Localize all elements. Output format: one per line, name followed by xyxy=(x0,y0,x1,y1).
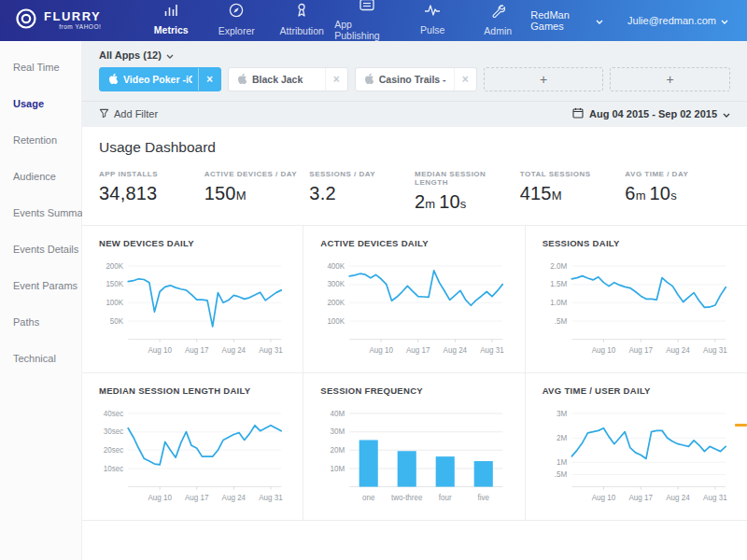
svg-text:five: five xyxy=(478,494,490,502)
sidebar-item-technical[interactable]: Technical xyxy=(0,353,81,364)
close-icon[interactable]: × xyxy=(325,68,347,91)
svg-text:Aug 31: Aug 31 xyxy=(259,346,283,355)
date-range-picker[interactable]: Aug 04 2015 - Sep 02 2015 xyxy=(572,107,730,120)
add-app-button[interactable]: + xyxy=(610,67,730,91)
metric-label: SESSIONS / DAY xyxy=(309,170,415,178)
metric-label: ACTIVE DEVICES / DAY xyxy=(204,170,310,178)
svg-text:10M: 10M xyxy=(331,465,345,473)
app-chip-casino-trails-ios[interactable]: Casino Trails - iOS× xyxy=(355,67,477,91)
apple-icon xyxy=(108,73,118,86)
nav-item-pulse[interactable]: Pulse xyxy=(400,0,465,41)
chart-title: ACTIVE DEVICES DAILY xyxy=(320,238,513,248)
all-apps-dropdown[interactable]: All Apps (12) xyxy=(99,49,730,61)
app-publishing-icon xyxy=(359,0,374,15)
metric-value: 34,813 xyxy=(99,183,204,204)
attribution-icon xyxy=(295,3,308,21)
sidebar-item-usage[interactable]: Usage xyxy=(0,98,81,109)
chart-plot: 400K300K200K100KAug 10Aug 17Aug 24Aug 31 xyxy=(320,250,513,366)
chart-sessions-daily: SESSIONS DAILY2.0M1.5M1.0M.5MAug 10Aug 1… xyxy=(526,226,747,373)
metric-label: AVG TIME / DAY xyxy=(625,170,730,178)
nav-items: MetricsExplorerAttributionApp Publishing… xyxy=(138,0,530,41)
orange-marker xyxy=(735,424,747,427)
apple-icon xyxy=(364,73,374,86)
chevron-down-icon xyxy=(721,15,728,26)
svg-text:Aug 10: Aug 10 xyxy=(591,494,615,502)
svg-text:two-three: two-three xyxy=(391,494,423,502)
sidebar-item-events-summary[interactable]: Events Summary xyxy=(0,207,81,218)
nav-item-explorer[interactable]: Explorer xyxy=(204,0,269,41)
app-chip-black-jack[interactable]: Black Jack× xyxy=(228,67,348,91)
svg-text:.5M: .5M xyxy=(554,317,567,326)
svg-text:200K: 200K xyxy=(106,262,123,271)
date-range-label: Aug 04 2015 - Sep 02 2015 xyxy=(589,108,717,119)
explorer-icon xyxy=(229,3,244,21)
svg-text:Aug 24: Aug 24 xyxy=(222,346,247,355)
chart-plot: 2.0M1.5M1.0M.5MAug 10Aug 17Aug 24Aug 31 xyxy=(543,250,736,366)
sidebar: Real TimeUsageRetentionAudienceEvents Su… xyxy=(0,41,82,560)
close-icon[interactable]: × xyxy=(454,68,476,91)
sidebar-item-audience[interactable]: Audience xyxy=(0,171,81,182)
add-filter-button[interactable]: Add Filter xyxy=(99,108,158,120)
page-title: Usage Dashboard xyxy=(82,127,747,168)
metric-app-installs: APP INSTALLS34,813 xyxy=(99,170,204,213)
svg-text:300K: 300K xyxy=(328,280,345,288)
nav-item-admin[interactable]: Admin xyxy=(465,0,530,41)
app-chip-label: Video Poker -iOS xyxy=(123,74,192,85)
brand-name: FLURRY xyxy=(44,10,101,22)
app-chips-row: Video Poker -iOS×Black Jack×Casino Trail… xyxy=(99,67,730,101)
svg-text:1.0M: 1.0M xyxy=(550,299,567,307)
svg-text:Aug 10: Aug 10 xyxy=(591,346,615,355)
plus-icon: + xyxy=(667,72,674,87)
flurry-logo-icon xyxy=(15,7,37,34)
metric-active-devices-day: ACTIVE DEVICES / DAY150M xyxy=(204,170,310,213)
close-icon[interactable]: × xyxy=(198,68,220,91)
summary-metrics: APP INSTALLS34,813ACTIVE DEVICES / DAY15… xyxy=(82,168,747,225)
plus-icon: + xyxy=(540,72,547,87)
app-chip-video-poker-ios[interactable]: Video Poker -iOS× xyxy=(99,67,221,91)
sidebar-item-real-time[interactable]: Real Time xyxy=(0,62,81,73)
sidebar-item-events-details[interactable]: Events Details xyxy=(0,244,81,255)
svg-text:100K: 100K xyxy=(106,299,123,307)
chevron-down-icon xyxy=(723,108,730,119)
chart-session-frequency: SESSION FREQUENCY40M30M20M10Monetwo-thre… xyxy=(303,373,525,521)
chart-title: NEW DEVICES DAILY xyxy=(99,238,291,248)
chart-active-devices-daily: ACTIVE DEVICES DAILY400K300K200K100KAug … xyxy=(303,226,525,373)
apple-icon xyxy=(237,73,247,86)
nav-item-metrics[interactable]: Metrics xyxy=(138,0,204,41)
flurry-logo[interactable]: FLURRY from YAHOO! xyxy=(0,0,114,41)
account-menu[interactable]: RedMan Games xyxy=(530,9,603,32)
top-nav: FLURRY from YAHOO! MetricsExplorerAttrib… xyxy=(0,0,747,41)
chevron-down-icon xyxy=(596,15,603,26)
all-apps-label: All Apps (12) xyxy=(99,49,162,61)
sidebar-item-event-params[interactable]: Event Params xyxy=(0,280,81,291)
sidebar-item-retention[interactable]: Retention xyxy=(0,134,81,146)
svg-text:150K: 150K xyxy=(106,280,123,288)
svg-text:one: one xyxy=(362,494,375,502)
svg-text:2M: 2M xyxy=(557,434,567,442)
metric-label: TOTAL SESSIONS xyxy=(520,170,626,178)
metric-total-sessions: TOTAL SESSIONS415M xyxy=(520,170,626,213)
user-menu[interactable]: Julie@redman.com xyxy=(627,15,728,26)
metric-value: 6m 10s xyxy=(625,183,730,204)
nav-item-app-publishing[interactable]: App Publishing xyxy=(334,0,400,41)
chart-avg-time-user-daily: AVG TIME / USER DAILY3M2M1M.5MAug 10Aug … xyxy=(526,373,747,521)
svg-text:40sec: 40sec xyxy=(104,410,123,418)
charts-grid: NEW DEVICES DAILY200K150K100K50KAug 10Au… xyxy=(82,225,747,521)
svg-text:100K: 100K xyxy=(328,317,345,326)
chart-plot: 200K150K100K50KAug 10Aug 17Aug 24Aug 31 xyxy=(99,250,291,366)
chart-plot: 40sec30sec20sec10secAug 10Aug 17Aug 24Au… xyxy=(99,398,291,513)
sidebar-item-paths[interactable]: Paths xyxy=(0,316,81,328)
metric-avg-time-day: AVG TIME / DAY6m 10s xyxy=(625,170,730,213)
metric-value: 415M xyxy=(520,183,626,204)
filter-funnel-icon xyxy=(99,108,109,120)
calendar-icon xyxy=(572,107,584,120)
svg-text:200K: 200K xyxy=(328,299,345,307)
svg-text:Aug 31: Aug 31 xyxy=(703,346,727,355)
svg-text:400K: 400K xyxy=(328,262,345,271)
svg-text:Aug 10: Aug 10 xyxy=(148,494,172,502)
svg-text:Aug 17: Aug 17 xyxy=(628,494,653,502)
app-filter-bar: All Apps (12) Video Poker -iOS×Black Jac… xyxy=(82,41,747,127)
add-app-button[interactable]: + xyxy=(484,67,604,91)
account-menu-label: RedMan Games xyxy=(530,9,591,32)
nav-item-attribution[interactable]: Attribution xyxy=(269,0,334,41)
